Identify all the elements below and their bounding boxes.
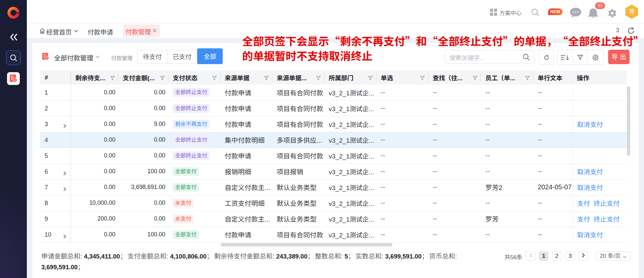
svg-text:CRM: CRM bbox=[17, 12, 20, 14]
svg-text:¥: ¥ bbox=[14, 79, 16, 82]
svg-text:¥: ¥ bbox=[46, 56, 48, 59]
